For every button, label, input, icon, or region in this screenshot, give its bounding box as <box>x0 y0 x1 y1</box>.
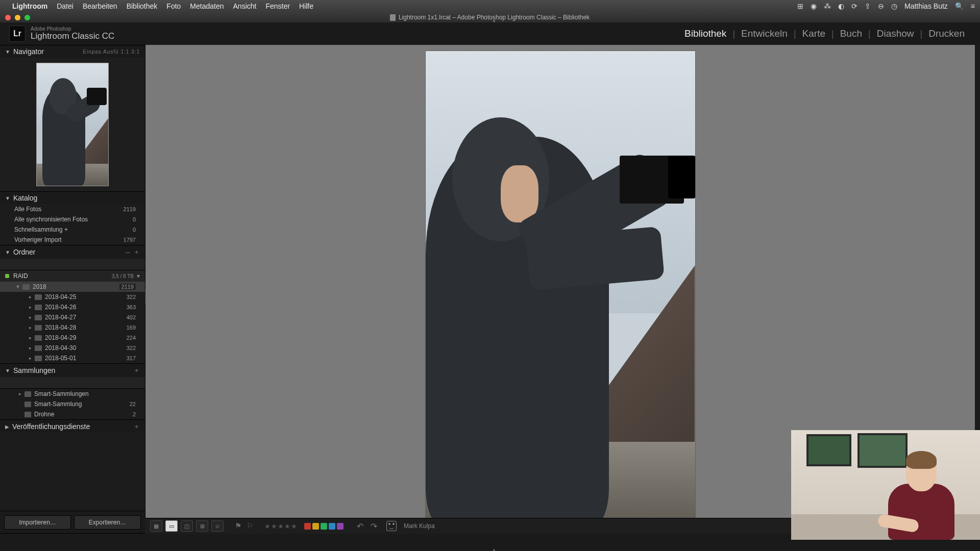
disclosure-triangle-icon[interactable]: ▶ <box>5 424 9 430</box>
export-button[interactable]: Exportieren… <box>74 515 141 530</box>
navigator-header[interactable]: ▼ Navigator Einpas Ausfü 1:1 3:1 <box>0 45 145 58</box>
collection-row[interactable]: Drohne2 <box>0 409 145 419</box>
rotate-ccw-button[interactable]: ↶ <box>357 521 363 531</box>
star-icon[interactable]: ★ <box>264 522 271 530</box>
module-bibliothek[interactable]: Bibliothek <box>678 28 732 39</box>
spotlight-icon[interactable]: 🔍 <box>955 2 964 10</box>
color-label-red[interactable] <box>304 523 311 530</box>
loupe-view-button[interactable]: ▭ <box>165 520 178 532</box>
color-label-purple[interactable] <box>337 523 344 530</box>
lightroom-logo-icon: Lr <box>9 26 26 42</box>
zoom-window-button[interactable] <box>24 15 30 20</box>
close-window-button[interactable] <box>5 15 11 20</box>
module-entwickeln[interactable]: Entwickeln <box>735 28 794 39</box>
star-icon[interactable]: ★ <box>271 522 277 530</box>
disclosure-triangle-icon[interactable]: ▼ <box>5 368 10 373</box>
folders-header[interactable]: ▼ Ordner ─ ＋ <box>0 245 145 259</box>
publish-plus-button[interactable]: ＋ <box>133 422 140 431</box>
rotate-cw-button[interactable]: ↷ <box>371 521 377 531</box>
publish-header[interactable]: ▶ Veröffentlichungsdienste ＋ <box>0 419 145 433</box>
flag-pick-icon[interactable]: ⚑ <box>235 521 241 531</box>
survey-view-button[interactable]: ⊞ <box>196 520 208 532</box>
status-icon[interactable]: ⁂ <box>824 2 831 10</box>
folder-row[interactable]: ▸2018-04-28169 <box>0 322 145 333</box>
folder-row[interactable]: ▸2018-04-26363 <box>0 302 145 312</box>
catalog-row-vorheriger-import[interactable]: Vorheriger Import1797 <box>0 235 145 245</box>
module-drucken[interactable]: Drucken <box>922 28 971 39</box>
status-icon[interactable]: ⟳ <box>851 2 857 10</box>
status-icon[interactable]: ⊞ <box>797 2 803 10</box>
star-icon[interactable]: ★ <box>284 522 290 530</box>
menu-ansicht[interactable]: Ansicht <box>233 2 257 10</box>
menu-bibliothek[interactable]: Bibliothek <box>127 2 158 10</box>
color-label-green[interactable] <box>321 523 327 530</box>
menu-datei[interactable]: Datei <box>57 2 74 10</box>
import-button[interactable]: Importieren… <box>4 515 71 530</box>
flag-reject-icon[interactable]: ⚐ <box>247 521 253 531</box>
folders-minus-button[interactable]: ─ <box>126 248 130 256</box>
menu-bearbeiten[interactable]: Bearbeiten <box>83 2 117 10</box>
disclosure-triangle-icon[interactable]: ▼ <box>5 49 10 55</box>
menu-foto[interactable]: Foto <box>166 2 181 10</box>
collections-plus-button[interactable]: ＋ <box>133 366 140 375</box>
volume-row-raid[interactable]: RAID 3,5 / 8 TB ▾ <box>0 270 145 282</box>
minimize-window-button[interactable] <box>15 15 20 20</box>
module-buch[interactable]: Buch <box>834 28 868 39</box>
menu-fenster[interactable]: Fenster <box>265 2 289 10</box>
volume-menu-icon[interactable]: ▾ <box>137 272 140 280</box>
menu-metadaten[interactable]: Metadaten <box>190 2 224 10</box>
disclosure-triangle-icon[interactable]: ▸ <box>28 315 33 320</box>
folder-row[interactable]: ▸2018-04-25322 <box>0 292 145 302</box>
module-karte[interactable]: Karte <box>796 28 831 39</box>
folder-row[interactable]: ▸2018-04-30322 <box>0 343 145 353</box>
catalog-row-alle-fotos[interactable]: Alle Fotos2119 <box>0 204 145 214</box>
catalog-row-sync-fotos[interactable]: Alle synchronisierten Fotos0 <box>0 214 145 224</box>
folder-row[interactable]: ▸2018-05-01317 <box>0 353 145 363</box>
rating-stars[interactable]: ★★★★★ <box>264 522 297 530</box>
status-icon[interactable]: ◷ <box>891 2 897 10</box>
app-menu[interactable]: Lightroom <box>12 2 47 10</box>
color-label-blue[interactable] <box>329 523 335 530</box>
disclosure-triangle-icon[interactable]: ▸ <box>28 335 33 340</box>
star-icon[interactable]: ★ <box>278 522 284 530</box>
collection-row[interactable]: Smart-Sammlung22 <box>0 399 145 409</box>
status-icon[interactable]: ◉ <box>811 2 817 10</box>
folder-row-2018[interactable]: ▼20182119 <box>0 282 145 292</box>
face-region-icon[interactable] <box>386 521 397 531</box>
disclosure-triangle-icon[interactable]: ▸ <box>28 325 33 330</box>
catalog-header[interactable]: ▼ Katalog <box>0 191 145 204</box>
color-label-yellow[interactable] <box>312 523 319 530</box>
top-panel-toggle[interactable]: ▼ <box>490 18 498 22</box>
collections-header[interactable]: ▼ Sammlungen ＋ <box>0 363 145 377</box>
collection-row[interactable]: ▸Smart-Sammlungen <box>0 389 145 399</box>
compare-view-button[interactable]: ◫ <box>181 520 193 532</box>
folders-plus-button[interactable]: ＋ <box>133 247 140 257</box>
disclosure-triangle-icon[interactable]: ▸ <box>28 356 33 361</box>
disclosure-triangle-icon[interactable]: ▼ <box>5 249 10 255</box>
disclosure-triangle-icon[interactable]: ▸ <box>28 345 33 350</box>
control-center-icon[interactable]: ≡ <box>971 2 975 10</box>
star-icon[interactable]: ★ <box>291 522 297 530</box>
status-icon[interactable]: ◐ <box>838 2 844 10</box>
navigator-zoom-options[interactable]: Einpas Ausfü 1:1 3:1 <box>83 49 140 55</box>
menu-hilfe[interactable]: Hilfe <box>299 2 313 10</box>
folder-row[interactable]: ▸2018-04-29224 <box>0 333 145 343</box>
folder-row[interactable]: ▸2018-04-27402 <box>0 312 145 322</box>
disclosure-triangle-icon[interactable]: ▸ <box>28 305 33 310</box>
user-name[interactable]: Matthias Butz <box>904 2 948 10</box>
grid-view-button[interactable]: ▦ <box>150 520 162 532</box>
disclosure-triangle-icon[interactable]: ▸ <box>28 294 33 299</box>
navigator-preview[interactable] <box>0 58 145 191</box>
status-icon[interactable]: ⊖ <box>878 2 884 10</box>
bottom-panel-toggle[interactable]: ▲ <box>490 547 498 551</box>
disclosure-triangle-icon[interactable]: ▼ <box>5 195 10 201</box>
module-diashow[interactable]: Diashow <box>871 28 920 39</box>
disclosure-triangle-icon[interactable]: ▸ <box>17 391 22 396</box>
folders-filter-bar[interactable] <box>0 259 145 270</box>
status-icon[interactable]: ⇪ <box>865 2 871 10</box>
people-view-button[interactable]: ☺ <box>211 520 224 532</box>
collections-filter-bar[interactable] <box>0 377 145 389</box>
catalog-row-schnellsammlung[interactable]: Schnellsammlung +0 <box>0 224 145 235</box>
disclosure-triangle-icon[interactable]: ▼ <box>15 284 20 289</box>
main-photo[interactable] <box>426 51 695 528</box>
